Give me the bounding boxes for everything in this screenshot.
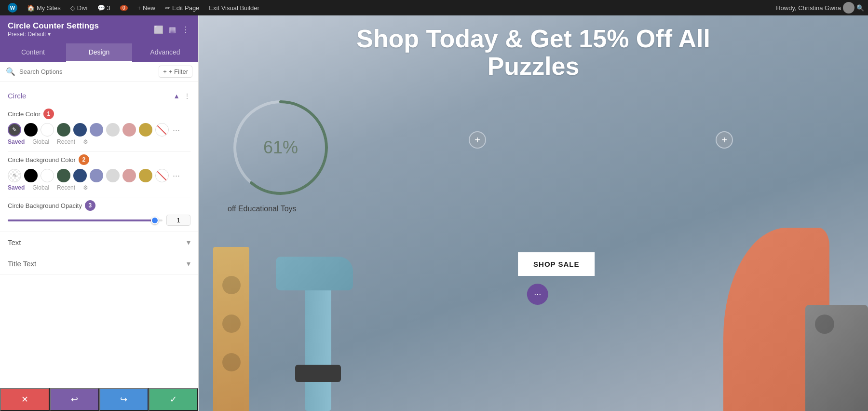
tab-advanced[interactable]: Advanced <box>132 43 198 62</box>
text-chevron-icon: ▾ <box>187 238 190 247</box>
tab-bar: Content Design Advanced <box>0 43 198 62</box>
panel-header: Circle Counter Settings Preset: Default … <box>0 15 198 43</box>
filter-button[interactable]: + + Filter <box>159 66 192 78</box>
more-icon[interactable]: ⋮ <box>181 25 190 34</box>
color-bg-swatch-lavender[interactable] <box>90 169 103 182</box>
gear-icon[interactable]: ⚙ <box>83 138 88 145</box>
title-text-section-title: Title Text <box>8 260 36 268</box>
color-swatch-lavender[interactable] <box>90 123 103 137</box>
toy-wrench <box>276 257 382 411</box>
counter-area: 61% off Educational Toys <box>228 95 334 213</box>
bg-recent-label[interactable]: Recent <box>57 184 75 191</box>
color-swatch-none[interactable] <box>155 123 169 137</box>
color-bg-swatch-navy[interactable] <box>73 169 87 182</box>
wp-logo-btn[interactable]: W <box>4 0 21 15</box>
hero-heading: Shop Today & Get 15% Off All Puzzles <box>337 15 730 85</box>
opacity-value-input[interactable]: 1 <box>166 215 190 226</box>
avatar <box>843 2 854 14</box>
circle-percentage-text: 61% <box>263 137 298 158</box>
new-btn[interactable]: + New <box>134 0 159 15</box>
cube-hole <box>815 315 834 334</box>
bg-global-label[interactable]: Global <box>32 184 49 191</box>
wrench-handle <box>305 286 331 411</box>
search-icon[interactable]: 🔍 <box>856 4 864 12</box>
text-section[interactable]: Text ▾ <box>0 232 198 253</box>
title-text-section[interactable]: Title Text ▾ <box>0 253 198 274</box>
cancel-button[interactable]: ✕ <box>0 388 50 411</box>
color-bg-swatch-lightgray[interactable] <box>106 169 120 182</box>
recent-label[interactable]: Recent <box>57 138 75 145</box>
color-swatch-lightgray[interactable] <box>106 123 120 137</box>
more-options-button[interactable]: ··· <box>527 284 548 305</box>
undo-button[interactable]: ↩ <box>50 388 99 411</box>
collapse-icon[interactable]: ▲ <box>173 92 180 100</box>
shop-sale-button[interactable]: SHOP SALE <box>518 252 595 276</box>
color-bg-swatch-transparent[interactable]: ✎ <box>8 169 21 182</box>
search-bar: 🔍 + + Filter <box>0 62 198 82</box>
color-bg-swatch-pink[interactable] <box>122 169 136 182</box>
add-section-center[interactable]: + <box>469 131 486 149</box>
color-swatch-black[interactable] <box>24 123 38 137</box>
circle-bg-color-swatches: ✎ ··· <box>8 169 190 182</box>
step-badge-2: 2 <box>79 154 89 165</box>
search-input[interactable] <box>19 68 155 75</box>
pencil-icon: ✏ <box>165 4 170 12</box>
toy-block-hole-3 <box>222 353 241 371</box>
eyedropper-bg-icon: ✎ <box>13 173 17 179</box>
section-more-icon[interactable]: ⋮ <box>184 92 190 100</box>
my-sites-btn[interactable]: 🏠 My Sites <box>23 0 65 15</box>
saved-label[interactable]: Saved <box>8 138 25 145</box>
preset-dropdown[interactable]: Preset: Default <box>8 31 99 38</box>
toy-block <box>213 247 249 411</box>
bg-saved-label[interactable]: Saved <box>8 184 25 191</box>
circle-color-label: Circle Color 1 <box>8 109 190 119</box>
section-icons: ▲ ⋮ <box>173 92 190 100</box>
color-bg-swatch-gold[interactable] <box>139 169 152 182</box>
wp-icon: W <box>8 3 17 13</box>
bg-gear-icon[interactable]: ⚙ <box>83 184 88 191</box>
opacity-row: 1 <box>8 215 190 226</box>
color-bg-swatch-white[interactable] <box>41 169 54 182</box>
add-section-right[interactable]: + <box>716 131 733 149</box>
circle-color-swatches: ✎ ··· <box>8 123 190 137</box>
color-bg-swatch-none[interactable] <box>155 169 169 182</box>
color-swatch-pink[interactable] <box>122 123 136 137</box>
divi-btn[interactable]: ◇ Divi <box>67 0 92 15</box>
more-bg-swatches[interactable]: ··· <box>172 171 181 181</box>
color-swatch-navy[interactable] <box>73 123 87 137</box>
progress-circle: 61% <box>228 95 334 201</box>
admin-bar: W 🏠 My Sites ◇ Divi 💬 3 0 + New ✏ Edit P… <box>0 0 868 15</box>
color-swatch-gold[interactable] <box>139 123 152 137</box>
more-swatches[interactable]: ··· <box>172 125 181 135</box>
slider-thumb[interactable] <box>151 217 159 224</box>
comments-btn[interactable]: 💬 3 <box>94 0 114 15</box>
toy-gray-cube <box>805 305 868 411</box>
edit-page-btn[interactable]: ✏ Edit Page <box>161 0 203 15</box>
save-button[interactable]: ✓ <box>149 388 198 411</box>
expand-icon[interactable]: ⬜ <box>154 25 163 34</box>
global-label[interactable]: Global <box>32 138 49 145</box>
exit-builder-btn[interactable]: Exit Visual Builder <box>205 0 263 15</box>
step-badge-3: 3 <box>85 200 95 211</box>
divi-icon: ◇ <box>70 4 75 12</box>
opacity-slider-track[interactable] <box>8 219 163 221</box>
comment-badge-btn[interactable]: 0 <box>116 0 132 15</box>
layout-icon[interactable]: ▦ <box>167 25 177 34</box>
color-bg-swatch-darkgreen[interactable] <box>57 169 70 182</box>
color-swatch-white[interactable] <box>41 123 54 137</box>
color-swatch-active[interactable]: ✎ <box>8 123 21 137</box>
color-bg-swatch-black[interactable] <box>24 169 38 182</box>
wrench-head <box>276 257 353 290</box>
circle-color-meta: Saved Global Recent ⚙ <box>8 138 190 145</box>
circle-bg-color-setting: Circle Background Color 2 ✎ <box>0 151 198 197</box>
color-swatch-darkgreen[interactable] <box>57 123 70 137</box>
toy-block-hole-1 <box>222 276 241 294</box>
circle-section-title: Circle <box>8 92 26 100</box>
eyedropper-icon: ✎ <box>12 126 17 133</box>
step-badge-1: 1 <box>43 109 54 119</box>
tab-content[interactable]: Content <box>0 43 66 62</box>
tab-design[interactable]: Design <box>66 43 132 62</box>
redo-button[interactable]: ↪ <box>99 388 149 411</box>
circle-opacity-label: Circle Background Opacity 3 <box>8 200 190 211</box>
circle-section-header[interactable]: Circle ▲ ⋮ <box>0 86 198 106</box>
